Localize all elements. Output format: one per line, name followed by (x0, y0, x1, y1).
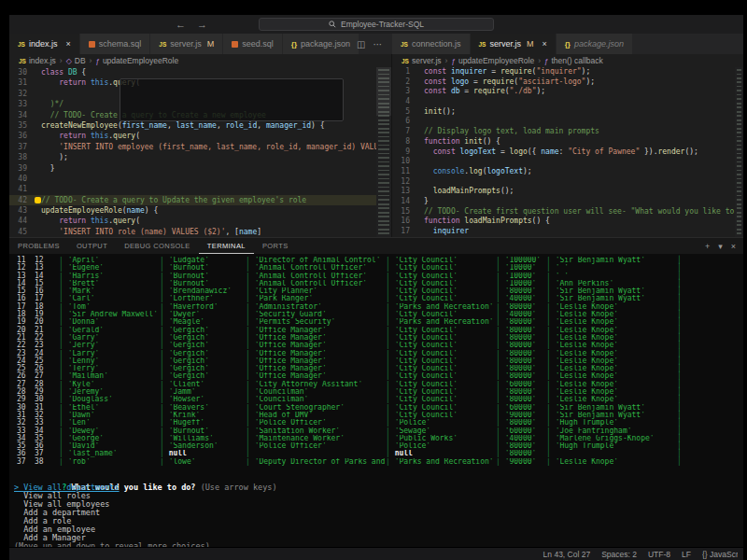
new-terminal-icon[interactable]: + (705, 242, 710, 251)
minimap-left[interactable] (376, 67, 391, 237)
table-cell: │ 'Jerry' (59, 342, 160, 349)
js-file-icon: JS (479, 41, 486, 48)
tab-server.js[interactable]: JSserver.jsM (150, 34, 223, 54)
table-cell: │ 'City Council' (386, 311, 496, 318)
breadcrumb-item[interactable]: JSindex.js (19, 56, 56, 65)
js-file-icon: JS (159, 41, 166, 48)
close-tab-icon[interactable]: × (542, 39, 546, 49)
table-cell: │ 'Sir Benjamin Wyatt' (546, 295, 677, 302)
prompt-option[interactable]: Add a role (14, 517, 743, 525)
table-cell: │ 'Sir Benjamin Wyatt' (546, 404, 677, 412)
code-text: 'INSERT INTO role (name) VALUES ($2)', [… (34, 227, 261, 237)
breadcrumb-item[interactable]: ƒupdateEmployeeRole (451, 56, 534, 65)
table-cell: │ 'Office Manager' (246, 350, 386, 357)
table-cell: │ 'City Council' (386, 350, 496, 357)
table-cell: │ 'Leslie Knope' (546, 342, 677, 349)
line-number: 40 (9, 174, 34, 184)
tab-label: connection.js (412, 39, 461, 49)
terminal-table-row: 3031│ 'Ethel'│ 'Beavers'│ 'Court Stenogr… (14, 404, 743, 412)
status-item[interactable]: Ln 43, Col 27 (543, 550, 591, 559)
code-text: updateEmployeeRole(name) { (34, 205, 158, 216)
table-cell: │ 'Lorthner' (160, 295, 246, 302)
minimap-slider[interactable] (376, 67, 391, 116)
command-center-search[interactable]: Employee-Tracker-SQL (259, 18, 494, 31)
split-editor-icon[interactable]: ◫ (357, 39, 365, 49)
table-cell: │ 'City Attorney Assitant' (246, 381, 386, 388)
tab-index.js[interactable]: JSindex.js× (9, 34, 80, 54)
panel-tab-debug-console[interactable]: DEBUG CONSOLE (116, 238, 199, 254)
lightbulb-icon[interactable] (35, 197, 41, 203)
table-cell: │ 'Office Manager' (246, 342, 386, 349)
more-actions-icon[interactable]: ⋯ (373, 39, 382, 49)
history-nav: ← → (176, 19, 207, 30)
code-text: function loadMainPrompts() { (416, 217, 550, 227)
code-editor-index-js[interactable]: 30class DB {31 return this.query(3233 )*… (9, 67, 391, 237)
tab-server.js[interactable]: JSserver.jsM× (471, 34, 557, 54)
terminal-table-row: 2223│ 'Jerry'│ 'Gergich'│ 'Office Manage… (14, 342, 743, 349)
table-cell: │ 'Ludgate' (160, 257, 246, 264)
tab-connection.js[interactable]: JSconnection.js (392, 34, 471, 54)
prompt-option[interactable]: View all roles (14, 492, 743, 500)
terminal-table-row: 1516│ 'Mark'│ 'Brendanawicz'│ 'City Plan… (14, 287, 743, 295)
code-text: init(); (416, 107, 456, 118)
table-cell: │ 'City Council' (386, 365, 496, 372)
table-cell: │ 'Gergich' (160, 342, 246, 349)
table-cell: │ 'Leslie Knope' (546, 396, 677, 403)
table-cell: │ '80000' (496, 287, 546, 295)
breadcrumb-item[interactable]: ◇DB (66, 56, 86, 65)
history-back-icon[interactable]: ← (176, 19, 186, 30)
tab-seed.sql[interactable]: seed.sql (223, 34, 283, 54)
table-cell: │ 'Parks and Recreation' (386, 458, 496, 466)
status-item[interactable]: Spaces: 2 (601, 550, 637, 559)
tab-label: package.json (301, 39, 350, 49)
breadcrumb-item[interactable]: ƒthen() callback (544, 56, 603, 65)
table-cell: │ 'Burnout' (160, 280, 246, 287)
code-editor-server-js[interactable]: 1const inquirer = require("inquirer");2c… (392, 67, 743, 237)
table-cell: │ 'Jamm' (160, 388, 246, 396)
panel-header: PROBLEMSOUTPUTDEBUG CONSOLETERMINALPORTS… (9, 237, 743, 254)
tab-label: index.js (29, 39, 58, 49)
panel-tab-problems[interactable]: PROBLEMS (9, 238, 68, 254)
code-line: 12 (392, 177, 743, 188)
breadcrumb-item[interactable]: ƒupdateEmployeeRole (95, 56, 178, 65)
tab-package.json[interactable]: {}package.json (283, 34, 359, 54)
table-cell: │ 'Head of DMV' (246, 412, 386, 419)
panel-tab-terminal[interactable]: TERMINAL (199, 238, 254, 254)
tab-schema.sql[interactable]: schema.sql (80, 34, 151, 54)
tab-package.json[interactable]: {}package.json (557, 34, 633, 54)
breadcrumb-item[interactable]: JSserver.js (402, 56, 442, 65)
prompt-option[interactable]: Add an employee (14, 525, 743, 534)
table-cell: │ 'Krink' (160, 412, 246, 419)
status-item[interactable]: UTF-8 (648, 550, 670, 559)
table-cell: │ 'Parks and Recreation' (386, 303, 496, 311)
language-mode-indicator[interactable]: {} JavaScript (702, 550, 738, 559)
table-cell: │ 'Gergich' (160, 365, 246, 372)
minimap-right[interactable] (735, 67, 743, 237)
line-number: 37 (9, 142, 34, 152)
table-cell: │ 'City Planner' (246, 287, 386, 295)
table-cell: │ '40000' (496, 435, 546, 442)
table-cell: │ '60000' (496, 381, 546, 388)
table-cell: │ 'Councilman' (246, 396, 386, 403)
symbol-icon: ◇ (66, 57, 72, 65)
panel-tab-ports[interactable]: PORTS (254, 238, 297, 254)
panel-tab-output[interactable]: OUTPUT (68, 238, 116, 254)
symbol-icon: ƒ (95, 57, 99, 65)
code-text: } (34, 163, 54, 174)
prompt-option[interactable]: Add a department (14, 509, 743, 517)
close-tab-icon[interactable]: × (65, 39, 70, 49)
line-number: 6 (392, 117, 416, 127)
prompt-option[interactable]: View all employees (14, 500, 743, 509)
table-cell: │ 'Harris' (59, 273, 160, 280)
code-text: inquirer (416, 227, 469, 237)
status-item[interactable]: LF (682, 550, 691, 559)
history-forward-icon[interactable]: → (197, 19, 207, 30)
code-text: return this.query( (34, 216, 140, 226)
code-line: 44 return this.query( (9, 216, 391, 226)
chevron-down-icon[interactable]: ▾ (718, 242, 723, 251)
close-panel-icon[interactable]: × (731, 242, 736, 251)
table-cell: │ 'City Council' (386, 295, 496, 302)
line-number: 31 (9, 77, 34, 88)
table-cell: │ 'Councilman' (246, 388, 386, 396)
terminal-view[interactable]: 1112│ 'April'│ 'Ludgate'│ 'Director of A… (9, 254, 743, 547)
